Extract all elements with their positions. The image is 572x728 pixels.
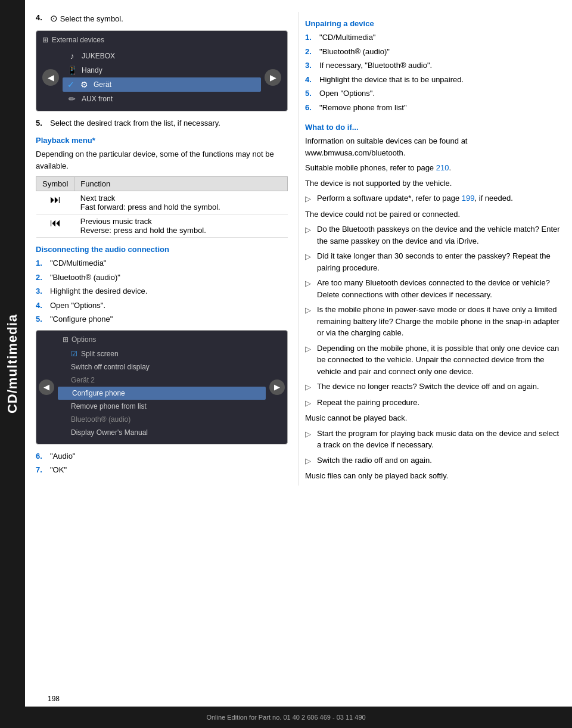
bullet-text-10: Switch the radio off and on again. [317,455,432,467]
next-track-symbol: ⏭ [36,191,74,214]
bullet-text-3: Did it take longer than 30 seconds to en… [317,250,561,273]
options-bluetooth-audio: Bluetooth® (audio) [57,413,267,426]
unpair-step-5: 5. Open "Options". [305,88,561,99]
check-icon: ✓ [67,80,74,89]
options-nav-btn[interactable]: ◀ [39,379,54,395]
options-nav-right-btn[interactable]: ▶ [269,379,285,395]
disconnect-step-3-text: Highlight the desired device. [50,285,147,297]
options-nav-right: ▶ [267,335,287,439]
sidebar-label: CD/multimedia [5,314,20,413]
disconnect-step-2-num: 2. [36,272,46,284]
img1-items: ♪ JUKEBOX 📱 Handy ✓ ⚙ Gerät ✏ AUX fro [63,49,261,106]
right-column: Unpairing a device 1. "CD/Multimedia" 2.… [299,12,572,486]
table-row-next: ⏭ Next track Fast forward: press and hol… [36,191,288,214]
bullet-text-9: Start the program for playing back music… [317,428,561,451]
left-column: 4. ⊙ Select the symbol. ⊞ External devic… [25,12,299,486]
aux-icon: ✏ [67,94,77,104]
options-items: ⊞ Options ☑ Split screen Switch off cont… [57,335,267,439]
bullet-arrow-10: ▷ [305,455,313,467]
step-5: 5. Select the desired track from the lis… [36,117,288,129]
bullet-too-many: ▷ Are too many Bluetooth devices connect… [305,277,561,300]
bullet-arrow-5: ▷ [305,304,313,339]
options-switch-off: Switch off control display [57,360,267,374]
bullet-arrow-1: ▷ [305,193,313,205]
options-gerat2: Gerät 2 [57,374,267,387]
select-symbol-icon: ⊙ [50,13,58,23]
img1-item-aux: ✏ AUX front [63,92,261,106]
para2-pre: Suitable mobile phones, refer to page [305,163,436,172]
disconnect-step-4: 4. Open "Options". [36,300,288,312]
handy-icon: 📱 [67,66,77,75]
options-with-nav: ◀ ⊞ Options ☑ Split screen Switch off co… [36,335,287,439]
para2-post: . [449,163,451,172]
disconnect-heading: Disconnecting the audio connection [36,245,288,254]
gerat-icon: ⚙ [79,80,89,89]
main-content: 4. ⊙ Select the symbol. ⊞ External devic… [25,0,572,503]
table-col-function: Function [74,177,288,191]
jukebox-icon: ♪ [67,51,77,61]
bullet-arrow-7: ▷ [305,381,313,393]
options-title: ⊞ Options [57,335,267,347]
img1-item-jukebox: ♪ JUKEBOX [63,49,261,63]
bullet-arrow-9: ▷ [305,428,313,451]
bullet-software-update: ▷ Perform a software update*, refer to p… [305,192,561,205]
step-7-text: "OK" [50,464,67,476]
disconnect-step-1: 1. "CD/Multimedia" [36,257,288,269]
prev-track-text: Previous music track Reverse: press and … [74,214,288,238]
step-4-num: 4. [36,12,46,26]
disconnect-step-2-text: "Bluetooth® (audio)" [50,272,120,284]
bullet-one-device: ▷ Depending on the mobile phone, it is p… [305,343,561,378]
unpair-step-2: 2. "Bluetooth® (audio)" [305,46,561,58]
sidebar: CD/multimedia [0,0,25,728]
function-table: Symbol Function ⏭ Next track Fast forwar… [36,176,288,238]
bullet-arrow-8: ▷ [305,397,313,409]
disconnect-step-5: 5. "Configure phone" [36,313,288,325]
unpair-step-4: 4. Highlight the device that is to be un… [305,74,561,86]
bullet-text-7: The device no longer reacts? Switch the … [317,381,539,393]
unpair-step-6-num: 6. [305,102,316,114]
whatif-para1: Information on suitable devices can be f… [305,135,561,158]
unpair-step-6-text: "Remove phone from list" [319,102,407,114]
unpair-step-5-num: 5. [305,88,316,99]
step-6-num: 6. [36,450,46,462]
unpair-step-3-num: 3. [305,60,316,71]
bullet-text-8: Repeat the pairing procedure. [317,397,419,409]
bullet-text-4: Are too many Bluetooth devices connected… [317,277,561,300]
unpair-step-4-text: Highlight the device that is to be unpai… [319,74,464,86]
disconnect-step-4-text: Open "Options". [50,300,105,312]
options-display-manual: Display Owner's Manual [57,426,267,439]
whatif-para3: The device is not supported by the vehic… [305,178,561,189]
step-5-num: 5. [36,117,46,129]
nav-left-btn[interactable]: ◀ [42,69,59,86]
options-icon: ⊞ [63,335,69,344]
footer: Online Edition for Part no. 01 40 2 606 … [0,707,572,728]
unpair-step-1: 1. "CD/Multimedia" [305,32,561,43]
disconnect-step-3-num: 3. [36,285,46,297]
bullet-no-react: ▷ The device no longer reacts? Switch th… [305,381,561,393]
nav-right-btn[interactable]: ▶ [265,69,281,86]
options-remove-phone: Remove phone from list [57,400,267,413]
step-7: 7. "OK" [36,464,288,476]
step-4: 4. ⊙ Select the symbol. [36,12,288,26]
devices-icon: ⊞ [42,36,48,44]
disconnect-step-1-text: "CD/Multimedia" [50,257,106,269]
page-link-199[interactable]: 199 [462,194,475,203]
options-nav: ◀ [36,335,57,439]
img1-title: ⊞ External devices [42,36,281,44]
options-configure-phone: Configure phone [58,387,266,400]
split-check-icon: ☑ [71,350,77,358]
unpair-step-6: 6. "Remove phone from list" [305,102,561,114]
bullet-power-save: ▷ Is the mobile phone in power-save mode… [305,304,561,339]
bullet-radio-off: ▷ Switch the radio off and on again. [305,455,561,467]
bullet-text-1: Perform a software update*, refer to pag… [317,192,513,205]
disconnect-step-1-num: 1. [36,257,46,269]
whatif-para4: The device could not be paired or connec… [305,209,561,220]
whatif-para2: Suitable mobile phones, refer to page 21… [305,162,561,174]
prev-track-symbol: ⏮ [36,214,74,238]
options-image: ◀ ⊞ Options ☑ Split screen Switch off co… [36,330,288,444]
bullet-text-6: Depending on the mobile phone, it is pos… [317,343,561,378]
disconnect-step-2: 2. "Bluetooth® (audio)" [36,272,288,284]
bullet-arrow-2: ▷ [305,224,313,247]
para2-link[interactable]: 210 [436,163,449,172]
bullet-timeout: ▷ Did it take longer than 30 seconds to … [305,250,561,273]
